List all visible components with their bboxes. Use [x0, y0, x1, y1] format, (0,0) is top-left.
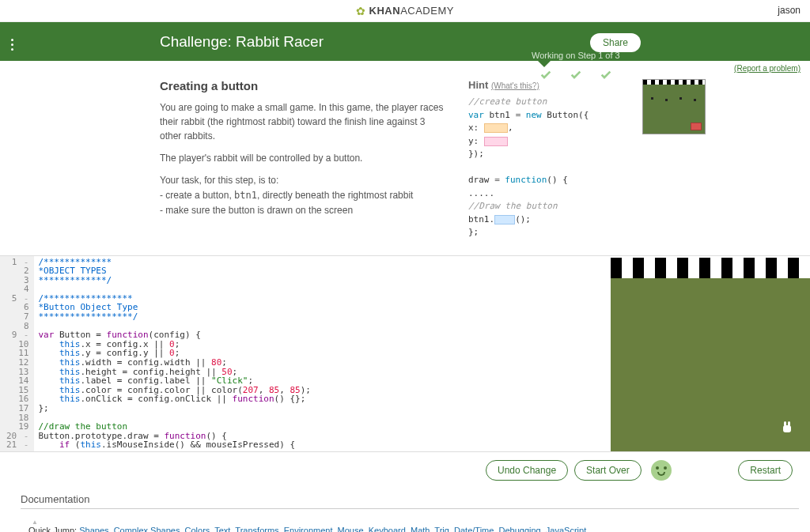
documentation-section: Documentation ▲ Quick Jump: Shapes, Comp…	[0, 493, 810, 532]
menu-dots-icon[interactable]	[11, 32, 25, 53]
quick-jump: Quick Jump: Shapes, Complex Shapes, Colo…	[28, 526, 799, 532]
top-bar: ✿ KHANACADEMY jason	[0, 0, 810, 22]
finish-line-icon	[611, 256, 810, 278]
checker-line-icon	[643, 80, 705, 85]
share-button[interactable]: Share	[590, 33, 641, 52]
buddy-face-icon[interactable]	[651, 460, 672, 481]
rabbit-dot	[665, 99, 668, 101]
line-gutter: 1 -2345 -6789 -1011121314151617181920 -2…	[0, 256, 34, 451]
svg-marker-0	[630, 69, 641, 79]
task-1: - create a button, btn1, directly beneat…	[160, 188, 445, 203]
start-over-button[interactable]: Start Over	[574, 460, 642, 481]
rabbit-icon	[783, 421, 791, 432]
documentation-title: Documentation	[21, 493, 799, 509]
quickjump-link[interactable]: Mouse	[338, 526, 364, 532]
step-2[interactable]	[561, 64, 591, 85]
step-1[interactable]	[531, 64, 561, 85]
code-editor[interactable]: 1 -2345 -6789 -1011121314151617181920 -2…	[0, 256, 611, 451]
blank-x[interactable]	[484, 123, 508, 133]
quickjump-link[interactable]: Environment	[284, 526, 333, 532]
rabbit-dot	[694, 99, 696, 101]
quickjump-link[interactable]: JavaScript	[546, 526, 586, 532]
instructions-heading: Creating a button	[160, 79, 445, 92]
hint-code: //create button var btn1 = new Button({ …	[468, 96, 619, 240]
restart-button[interactable]: Restart	[738, 460, 793, 481]
instructions-panel: Creating a button You are going to make …	[0, 73, 810, 255]
hint-title: Hint	[468, 79, 488, 91]
blank-y[interactable]	[484, 137, 508, 146]
triangle-icon: ▲	[32, 519, 799, 526]
challenge-title: Challenge: Rabbit Racer	[160, 33, 799, 51]
quickjump-link[interactable]: Colors	[185, 526, 210, 532]
instructions-p2: The player's rabbit will be controlled b…	[160, 151, 445, 165]
quickjump-link[interactable]: Transforms	[235, 526, 278, 532]
rabbit-dot	[679, 97, 682, 100]
logo-khan: KHAN	[369, 5, 401, 17]
task-intro: Your task, for this step, is to:	[160, 173, 445, 188]
task-2: - make sure the button is drawn on the s…	[160, 203, 445, 218]
action-row: Undo Change Start Over Restart	[0, 452, 810, 489]
steps-label: Working on Step 1 of 3	[530, 51, 652, 60]
quickjump-label: Quick Jump:	[28, 526, 79, 532]
report-problem[interactable]: (Report a problem)	[0, 61, 810, 73]
output-canvas[interactable]	[611, 256, 810, 451]
editor-area: 1 -2345 -6789 -1011121314151617181920 -2…	[0, 255, 810, 452]
quickjump-link[interactable]: Keyboard	[369, 526, 406, 532]
code-content[interactable]: /**************OBJECT TYPES*************…	[34, 256, 611, 451]
logo-academy: ACADEMY	[400, 5, 454, 17]
preview-thumbnail	[642, 79, 706, 134]
leaf-icon: ✿	[356, 5, 366, 17]
logo[interactable]: ✿ KHANACADEMY	[356, 5, 454, 17]
task-list: Your task, for this step, is to: - creat…	[160, 173, 445, 219]
quickjump-link[interactable]: Math	[411, 526, 430, 532]
instructions-p1: You are going to make a small game. In t…	[160, 100, 445, 143]
challenge-header: Challenge: Rabbit Racer Share Working on…	[0, 22, 810, 61]
blank-method[interactable]	[494, 215, 515, 224]
steps-progress: Working on Step 1 of 3	[530, 51, 652, 85]
quickjump-link[interactable]: Date/Time	[454, 526, 494, 532]
user-name[interactable]: jason	[778, 5, 801, 16]
quickjump-link[interactable]: Shapes	[79, 526, 108, 532]
undo-change-button[interactable]: Undo Change	[486, 460, 568, 481]
hint-column: Hint (What's this?) //create button var …	[468, 79, 619, 240]
step-3[interactable]	[591, 64, 621, 85]
preview-thumbnail-wrap	[642, 79, 706, 240]
quickjump-link[interactable]: Debugging	[498, 526, 540, 532]
quickjump-link[interactable]: Text	[214, 526, 230, 532]
red-button-icon	[691, 123, 702, 130]
quickjump-link[interactable]: Complex Shapes	[114, 526, 180, 532]
quickjump-link[interactable]: Trig	[434, 526, 449, 532]
rabbit-dot	[651, 97, 653, 100]
